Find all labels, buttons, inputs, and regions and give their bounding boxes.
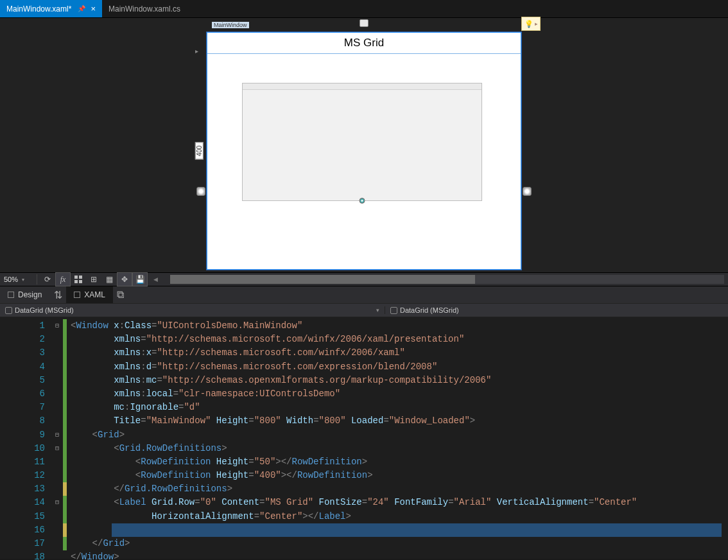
- tab-mainwindow-xaml-cs[interactable]: MainWindow.xaml.cs: [102, 0, 187, 17]
- lightbulb-icon[interactable]: 💡▸: [521, 17, 541, 31]
- breadcrumb-scope[interactable]: DataGrid (MSGrid) ▾: [0, 306, 385, 314]
- tab-xaml[interactable]: XAML: [66, 286, 113, 303]
- design-icon: [8, 292, 14, 298]
- breadcrumb-bar: DataGrid (MSGrid) ▾ DataGrid (MSGrid): [0, 303, 728, 317]
- margin-handle-right-icon[interactable]: [523, 187, 532, 196]
- left-arrow-icon: ▸: [195, 48, 198, 55]
- tab-label: MainWindow.xaml*: [6, 4, 71, 13]
- xaml-icon: [74, 292, 80, 298]
- close-icon[interactable]: ×: [91, 4, 96, 13]
- top-handle-icon[interactable]: [360, 19, 368, 27]
- row-height-tag[interactable]: 400: [195, 143, 204, 160]
- pin-icon[interactable]: 📌: [78, 5, 85, 12]
- pane-tab-strip: Design ⇅ XAML ⧉: [0, 286, 728, 303]
- tab-mainwindow-xaml[interactable]: MainWindow.xaml* 📌 ×: [0, 0, 102, 17]
- horizontal-scrollbar[interactable]: [170, 275, 724, 284]
- svg-rect-3: [79, 280, 82, 283]
- move-icon[interactable]: ✥: [117, 273, 132, 286]
- breadcrumb-member[interactable]: DataGrid (MSGrid): [385, 306, 464, 314]
- element-icon: [390, 307, 397, 314]
- selection-handle-icon[interactable]: [360, 198, 365, 204]
- popout-icon[interactable]: ⧉: [113, 286, 127, 303]
- datagrid-preview[interactable]: [242, 83, 482, 201]
- designer-toolbar: 50%▾ ⟳ fx ⊞ ▦ ✥ 💾 ◀: [0, 272, 728, 286]
- snap-icon[interactable]: ⊞: [87, 273, 101, 286]
- line-numbers: 123456789101112131415161718: [0, 317, 51, 559]
- save-icon[interactable]: 💾: [133, 273, 147, 286]
- svg-rect-2: [74, 280, 78, 283]
- code-area[interactable]: <Window x:Class="UIControlsDemo.MainWind…: [67, 317, 728, 559]
- snap2-icon[interactable]: ▦: [102, 273, 116, 286]
- refresh-icon[interactable]: ⟳: [40, 273, 55, 286]
- svg-rect-0: [74, 276, 78, 279]
- grid-icon[interactable]: [71, 273, 85, 286]
- margin-handle-left-icon[interactable]: [196, 187, 205, 196]
- zoom-selector[interactable]: 50%▾: [4, 276, 33, 283]
- xaml-designer[interactable]: MainWindow ▸ 💡▸ MS Grid 400: [0, 18, 728, 272]
- element-tag-label: MainWindow: [212, 22, 249, 28]
- svg-rect-1: [79, 276, 82, 279]
- chevron-down-icon[interactable]: ▾: [376, 307, 379, 313]
- tab-label: MainWindow.xaml.cs: [108, 4, 180, 13]
- design-canvas[interactable]: MS Grid 400: [207, 32, 521, 270]
- element-icon: [5, 307, 12, 314]
- label-msgrid: MS Grid: [207, 33, 521, 54]
- swap-panes-icon[interactable]: ⇅: [49, 286, 66, 303]
- document-tabs: MainWindow.xaml* 📌 × MainWindow.xaml.cs: [0, 0, 728, 18]
- fx-icon[interactable]: fx: [56, 273, 70, 286]
- fold-margin[interactable]: ⊟⊟⊟⊟: [51, 317, 63, 559]
- datagrid-header: [243, 83, 481, 90]
- scroll-left-icon[interactable]: ◀: [148, 273, 162, 286]
- xaml-editor[interactable]: 123456789101112131415161718 ⊟⊟⊟⊟ <Window…: [0, 317, 728, 559]
- tab-design[interactable]: Design: [0, 286, 49, 303]
